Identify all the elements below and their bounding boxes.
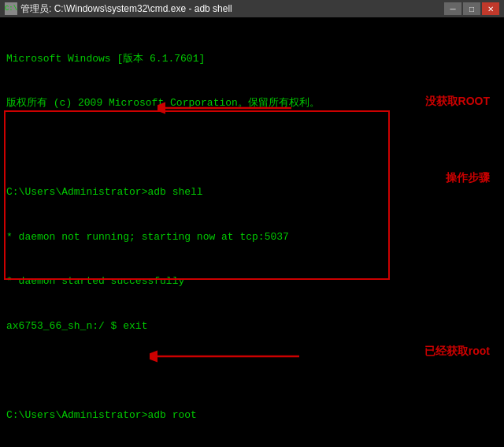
minimize-button[interactable]: ─ — [444, 2, 461, 15]
line-4: C:\Users\Administrator>adb shell — [6, 185, 498, 200]
maximize-button[interactable]: □ — [463, 2, 480, 15]
line-5: * daemon not running; starting now at tc… — [6, 230, 498, 245]
window-title: 管理员: C:\Windows\system32\cmd.exe - adb s… — [20, 2, 232, 16]
title-bar: C:\ 管理员: C:\Windows\system32\cmd.exe - a… — [0, 0, 504, 17]
annotation-steps: 操作步骤 — [446, 171, 490, 185]
title-bar-left: C:\ 管理员: C:\Windows\system32\cmd.exe - a… — [5, 2, 232, 16]
line-3 — [6, 141, 498, 156]
title-bar-buttons: ─ □ ✕ — [444, 2, 499, 15]
close-button[interactable]: ✕ — [482, 2, 499, 15]
annotation-no-root: 没获取ROOT — [425, 95, 490, 109]
line-7: ax6753_66_sh_n:/ $ exit — [6, 319, 498, 334]
line-1: Microsoft Windows [版本 6.1.7601] — [6, 52, 498, 67]
arrow-no-root — [158, 96, 299, 120]
annotation-got-root: 已经获取root — [424, 345, 490, 359]
arrow-got-root — [150, 345, 307, 368]
cmd-window: C:\ 管理员: C:\Windows\system32\cmd.exe - a… — [0, 0, 504, 447]
window-icon: C:\ — [5, 2, 17, 15]
terminal-body[interactable]: Microsoft Windows [版本 6.1.7601] 版权所有 (c)… — [0, 17, 504, 447]
line-9: C:\Users\Administrator>adb root — [6, 408, 498, 423]
line-6: * daemon started successfully — [6, 274, 498, 289]
terminal-output: Microsoft Windows [版本 6.1.7601] 版权所有 (c)… — [6, 22, 498, 447]
